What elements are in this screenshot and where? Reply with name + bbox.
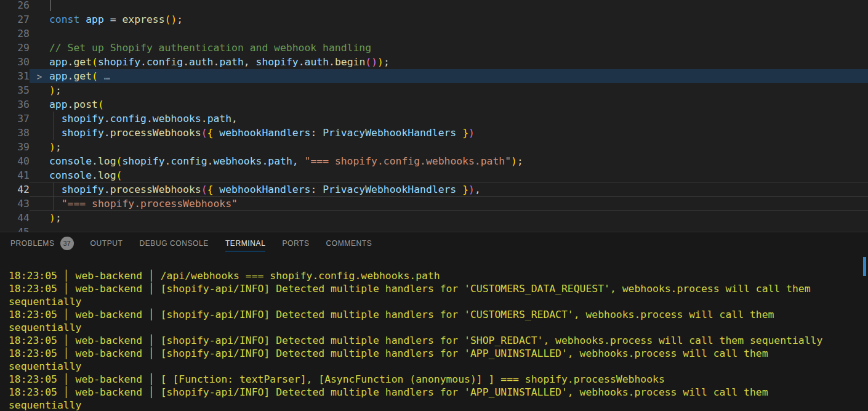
code-token: get	[73, 56, 92, 68]
line-number: 26	[0, 0, 30, 12]
line-number: 30	[0, 55, 30, 69]
code-text	[49, 26, 868, 41]
terminal-log-row: sequentially	[9, 295, 868, 308]
code-token: shopify	[62, 113, 104, 124]
code-token: express	[122, 14, 164, 25]
code-token: console	[49, 155, 92, 167]
line-number: 27	[0, 12, 30, 26]
code-token: config	[110, 113, 147, 124]
tab-terminal[interactable]: TERMINAL	[225, 232, 265, 254]
code-token: :	[310, 184, 316, 195]
tab-ports[interactable]: PORTS	[282, 232, 309, 254]
code-line[interactable]: 26	[0, 0, 868, 12]
tab-problems[interactable]: PROBLEMS37	[10, 232, 74, 254]
code-text: console.log(	[49, 168, 868, 182]
code-token: config	[171, 155, 207, 167]
line-number: 43	[0, 197, 30, 211]
code-token: log	[98, 169, 116, 181]
problems-badge: 37	[60, 237, 74, 250]
code-line[interactable]: 38 shopify.processWebhooks({ webhookHand…	[0, 126, 868, 140]
code-token: {	[207, 127, 214, 139]
code-token: const	[49, 14, 79, 25]
code-token: webhooks	[213, 155, 262, 167]
code-token	[98, 70, 104, 82]
code-token: ,	[475, 184, 481, 195]
code-line[interactable]: 44);	[0, 211, 868, 225]
gutter-fold-column	[30, 55, 49, 69]
code-line[interactable]: 41console.log(	[0, 168, 868, 182]
code-token: (	[116, 169, 123, 181]
code-line[interactable]: 40console.log(shopify.config.webhooks.pa…	[0, 154, 868, 168]
code-token: =	[104, 14, 123, 25]
code-token	[316, 127, 323, 139]
code-token: .	[147, 113, 153, 124]
terminal-log-row: 18:23:05 │ web-backend │ /api/webhooks =…	[9, 269, 868, 282]
indent-guide	[53, 182, 54, 197]
code-token	[49, 113, 62, 124]
line-number: 31	[0, 69, 30, 83]
gutter-fold-column	[30, 197, 49, 211]
code-token: path	[207, 113, 231, 124]
terminal-scrollbar-thumb[interactable]	[863, 257, 866, 276]
gutter-fold-column	[30, 83, 49, 97]
code-token: begin	[335, 56, 365, 68]
code-line[interactable]: 37 shopify.config.webhooks.path,	[0, 112, 868, 126]
code-token: }	[462, 127, 468, 139]
code-token: (	[98, 99, 104, 110]
code-token: .	[68, 70, 74, 82]
code-token: app	[86, 14, 104, 25]
code-token: PrivacyWebhookHandlers	[323, 184, 456, 195]
code-token: .	[299, 56, 305, 68]
code-text: );	[49, 83, 868, 97]
code-token: .	[207, 155, 214, 167]
line-number: 38	[0, 126, 30, 140]
gutter-fold-column	[30, 154, 49, 168]
tab-comments[interactable]: COMMENTS	[326, 232, 372, 254]
gutter-fold-column	[30, 211, 49, 225]
code-token	[456, 184, 462, 195]
code-token: app	[49, 70, 68, 82]
tab-output[interactable]: OUTPUT	[90, 232, 123, 254]
gutter-fold-column	[30, 12, 49, 26]
code-token: :	[310, 127, 316, 139]
code-token: path	[268, 155, 292, 167]
fold-chevron-icon[interactable]: >	[37, 68, 42, 84]
code-line[interactable]: 29// Set up Shopify authentication and w…	[0, 41, 868, 55]
code-token: .	[104, 127, 110, 139]
code-line[interactable]: 31>app.get( …	[0, 69, 868, 83]
tab-label: PORTS	[282, 239, 309, 248]
folded-code-ellipsis[interactable]: …	[104, 70, 110, 82]
code-line[interactable]: 42 shopify.processWebhooks({ webhookHand…	[0, 182, 868, 197]
code-line[interactable]: 36app.post(	[0, 97, 868, 112]
code-line[interactable]: 45	[0, 225, 868, 232]
code-line[interactable]: 35);	[0, 83, 868, 97]
code-token: .	[104, 113, 110, 124]
gutter-fold-column	[30, 26, 49, 41]
line-number: 35	[0, 83, 30, 97]
code-text: app.get( …	[49, 69, 868, 83]
code-line[interactable]: 27const app = express();	[0, 12, 868, 26]
code-token: ;	[177, 14, 183, 25]
line-number: 40	[0, 154, 30, 168]
code-text: shopify.config.webhooks.path,	[49, 112, 868, 126]
code-token: .	[165, 155, 171, 167]
code-token	[49, 184, 62, 195]
code-text: shopify.processWebhooks({ webhookHandler…	[49, 126, 868, 140]
code-token: .	[214, 56, 220, 68]
code-line[interactable]: 43 "=== shopify.processWebhooks"	[0, 197, 868, 211]
code-line[interactable]: 39);	[0, 140, 868, 154]
code-editor[interactable]: 2627const app = express();2829// Set up …	[0, 0, 868, 232]
code-text: const app = express();	[49, 12, 868, 26]
terminal-log-row: 18:23:05 │ web-backend │ [shopify-api/IN…	[9, 282, 868, 295]
line-number: 28	[0, 26, 30, 41]
code-token: console	[49, 169, 92, 181]
tab-debug-console[interactable]: DEBUG CONSOLE	[139, 232, 209, 254]
code-line[interactable]: 30app.get(shopify.config.auth.path, shop…	[0, 55, 868, 69]
code-token: }	[462, 184, 468, 195]
terminal-output[interactable]: 18:23:05 │ web-backend │ /api/webhooks =…	[0, 254, 868, 411]
code-text	[49, 225, 868, 232]
panel-tab-bar: PROBLEMS37OUTPUTDEBUG CONSOLETERMINALPOR…	[0, 232, 868, 254]
code-text: );	[49, 211, 868, 225]
code-token: ,	[292, 155, 305, 167]
code-line[interactable]: 28	[0, 26, 868, 41]
